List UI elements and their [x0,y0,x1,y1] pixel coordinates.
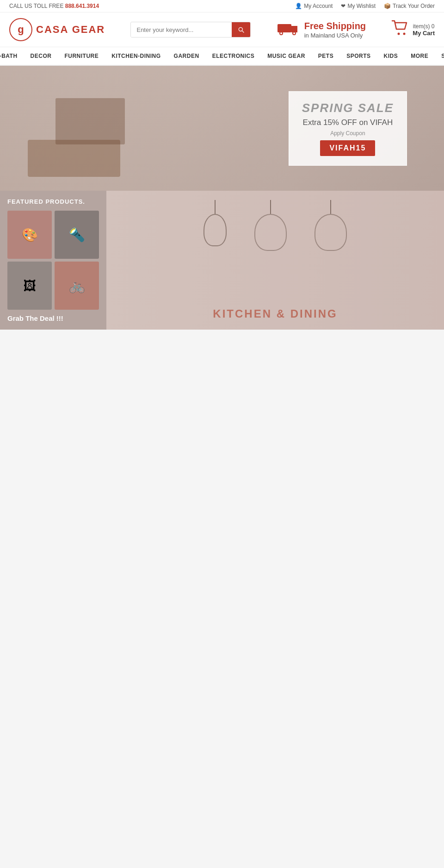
nav-item-more: MORE [404,47,435,65]
light-shade-2 [254,214,287,251]
phone-number[interactable]: 888.641.3914 [65,3,99,9]
product-thumb-1[interactable]: 🎨 [7,211,52,259]
grab-deal-text[interactable]: Grab The Deal !!! [7,314,99,322]
account-icon: 👤 [295,3,302,9]
cart-items-count: item(s) 0 [413,23,435,30]
nav-link-furniture[interactable]: FURNITURE [58,47,105,65]
kitchen-lights-decoration [204,200,347,251]
featured-panel: FEATURED PRODUCTS. 🎨 🔦 🖼 🚲 Grab The Deal… [0,191,106,330]
call-info: CALL US TOLL FREE 888.641.3914 [9,3,99,9]
product-thumb-4[interactable]: 🚲 [55,262,99,310]
light-shade-1 [204,214,227,246]
track-icon: 📦 [384,3,391,9]
search-input[interactable] [131,23,232,37]
top-bar-links: 👤 My Account ❤ My Wishlist 📦 Track Your … [295,3,435,9]
product-thumb-2[interactable]: 🔦 [55,211,99,259]
nav-item-sports: SPORTS [340,47,377,65]
cart-label: My Cart [413,30,435,37]
nav-link-kids[interactable]: KIDS [377,47,405,65]
svg-point-8 [403,33,406,35]
product-icon-1: 🎨 [22,227,38,243]
nav-list: BED-BATH DECOR FURNITURE KITCHEN-DINING … [0,47,444,65]
light-shade-3 [314,214,347,251]
light-cord-2 [270,200,271,214]
nav-link-kitchen-dining[interactable]: KITCHEN-DINING [105,47,167,65]
search-box[interactable] [130,22,251,37]
nav-link-more[interactable]: MORE [404,47,435,65]
nav-item-furniture: FURNITURE [58,47,105,65]
nav-link-decor[interactable]: DECOR [24,47,58,65]
call-label: CALL US TOLL FREE [9,3,63,9]
nav-item-garden: GARDEN [167,47,206,65]
hero-background: SPRING SALE Extra 15% OFF on VIFAH Apply… [0,66,444,191]
coupon-code[interactable]: VIFAH15 [320,140,375,156]
search-icon [237,26,245,33]
product-icon-3: 🖼 [23,278,36,293]
logo-letter: g [18,24,24,36]
product-thumb-3[interactable]: 🖼 [7,262,52,310]
light-2 [254,200,287,251]
light-3 [314,200,347,251]
cart-icon [391,20,409,39]
cart-button[interactable]: item(s) 0 My Cart [391,20,435,39]
nav-item-bed-bath: BED-BATH [0,47,24,65]
kitchen-banner-text: KITCHEN & DINING [213,307,337,320]
nav-item-decor: DECOR [24,47,58,65]
product-icon-4: 🚲 [69,278,85,293]
shipping-text: Free Shipping in Mainland USA Only [304,20,366,40]
nav-link-electronics[interactable]: ELECTRONICS [206,47,261,65]
nav-link-bed-bath[interactable]: BED-BATH [0,47,24,65]
product-grid: 🎨 🔦 🖼 🚲 [7,211,99,310]
promo-box: SPRING SALE Extra 15% OFF on VIFAH Apply… [289,91,407,166]
cart-text: item(s) 0 My Cart [413,23,435,37]
logo[interactable]: g CASA GEAR [9,18,105,41]
top-bar: CALL US TOLL FREE 888.641.3914 👤 My Acco… [0,0,444,12]
featured-title: FEATURED PRODUCTS. [7,198,99,205]
shipping-sub: in Mainland USA Only [304,32,366,40]
header: g CASA GEAR Free Shipping [0,12,444,47]
svg-rect-0 [278,24,291,32]
hero-banner[interactable]: SPRING SALE Extra 15% OFF on VIFAH Apply… [0,66,444,191]
svg-point-5 [280,32,282,34]
kitchen-banner[interactable]: KITCHEN & DINING [106,191,444,330]
light-cord-3 [330,200,331,214]
nav-link-music-gear[interactable]: MUSIC GEAR [261,47,312,65]
shipping-main: Free Shipping [304,20,366,32]
track-order-link[interactable]: 📦 Track Your Order [384,3,435,9]
logo-circle: g [9,18,32,41]
main-nav: BED-BATH DECOR FURNITURE KITCHEN-DINING … [0,47,444,66]
logo-name-part1: CASA [36,24,68,35]
nav-item-kitchen-dining: KITCHEN-DINING [105,47,167,65]
nav-item-pets: PETS [312,47,340,65]
nav-link-sale[interactable]: SALE [435,47,444,65]
nav-item-sale: SALE [435,47,444,65]
nav-item-music-gear: MUSIC GEAR [261,47,312,65]
heart-icon: ❤ [341,3,345,9]
logo-text: CASA GEAR [36,24,105,36]
promo-extra-off: Extra 15% OFF on VIFAH [302,118,394,127]
light-1 [204,200,227,251]
light-cord-1 [215,200,216,214]
promo-spring-sale: SPRING SALE [302,101,394,115]
nav-link-pets[interactable]: PETS [312,47,340,65]
nav-link-sports[interactable]: SPORTS [340,47,377,65]
my-wishlist-link[interactable]: ❤ My Wishlist [341,3,376,9]
svg-rect-2 [291,26,297,31]
free-shipping-badge: Free Shipping in Mainland USA Only [277,19,366,40]
nav-link-garden[interactable]: GARDEN [167,47,206,65]
product-icon-2: 🔦 [69,227,85,243]
banner-row: FEATURED PRODUCTS. 🎨 🔦 🖼 🚲 Grab The Deal… [0,191,444,330]
truck-icon [277,19,300,40]
svg-point-7 [398,33,400,35]
page-content-area [0,330,444,862]
logo-name-part2: GEAR [68,24,105,35]
search-button[interactable] [232,22,250,37]
my-account-link[interactable]: 👤 My Account [295,3,333,9]
nav-item-kids: KIDS [377,47,405,65]
svg-point-6 [293,32,295,34]
nav-item-electronics: ELECTRONICS [206,47,261,65]
hero-furniture-decoration [0,66,289,191]
promo-apply-label: Apply Coupon [302,130,394,137]
